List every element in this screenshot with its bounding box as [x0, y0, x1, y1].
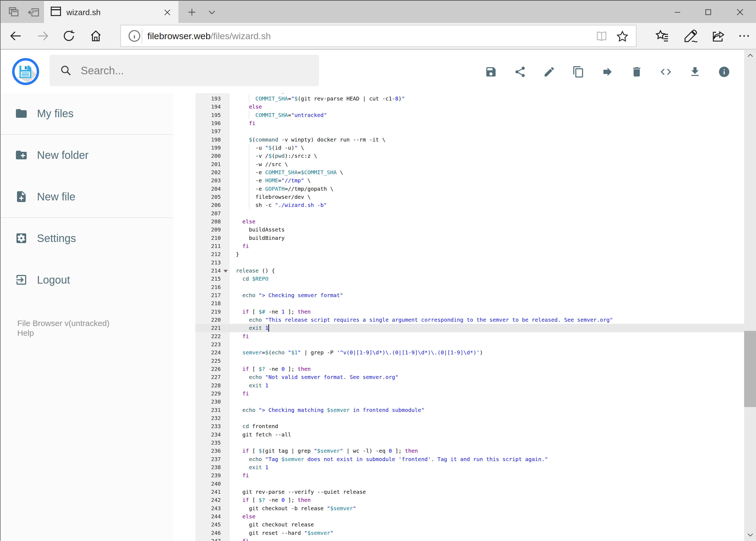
save-icon[interactable] [476, 59, 506, 84]
close-window-icon[interactable] [725, 1, 755, 24]
delete-icon[interactable] [622, 59, 651, 84]
code-line-231[interactable]: 231 echo "> Checking matching $semver in… [195, 406, 744, 414]
code-line-210[interactable]: 210 buildBinary [195, 234, 744, 242]
code-line-202[interactable]: 202 -e COMMIT_SHA=$COMMIT_SHA \ [195, 168, 744, 176]
copy-icon[interactable] [564, 59, 593, 84]
help-link[interactable]: Help [17, 328, 110, 338]
more-menu-icon[interactable] [732, 23, 756, 49]
code-line-235[interactable]: 235 [195, 439, 744, 447]
code-line-237[interactable]: 237 echo "Tag $semver does not exist in … [195, 455, 744, 463]
tab-dropdown-icon[interactable] [203, 1, 220, 24]
code-line-242[interactable]: 242 if [ $? -ne 0 ]; then [195, 496, 744, 504]
code-line-241[interactable]: 241 git rev-parse --verify --quiet relea… [195, 488, 744, 496]
scroll-down-icon[interactable] [744, 529, 756, 541]
code-line-238[interactable]: 238 exit 1 [195, 463, 744, 471]
code-line-201[interactable]: 201 -w //src \ [195, 160, 744, 168]
back-icon[interactable] [5, 23, 26, 49]
code-line-214[interactable]: 214release () { [195, 267, 744, 275]
code-line-207[interactable]: 207 [195, 209, 744, 218]
sidebar-item-settings[interactable]: Settings [1, 225, 173, 251]
code-line-233[interactable]: 233 cd frontend [195, 422, 744, 430]
code-line-245[interactable]: 245 git checkout release [195, 520, 744, 529]
code-line-246[interactable]: 246 git reset --hard "$semver" [195, 529, 744, 537]
maximize-icon[interactable] [693, 1, 723, 24]
code-line-228[interactable]: 228 exit 1 [195, 381, 744, 389]
code-line-195[interactable]: 195 COMMIT_SHA="untracked" [195, 111, 744, 119]
page-scrollbar[interactable] [744, 49, 756, 541]
fold-marker-icon[interactable] [223, 270, 228, 272]
code-line-240[interactable]: 240 [195, 480, 744, 488]
code-line-224[interactable]: 224 semver=$(echo "$1" | grep -P '^v(0|[… [195, 348, 744, 356]
code-line-236[interactable]: 236 if [ $(git tag | grep "$semver" | wc… [195, 447, 744, 455]
code-line-208[interactable]: 208 else [195, 218, 744, 226]
code-line-222[interactable]: 222 fi [195, 332, 744, 340]
favorite-star-icon[interactable] [616, 29, 630, 45]
code-line-244[interactable]: 244 else [195, 512, 744, 520]
code-line-197[interactable]: 197 [195, 127, 744, 135]
code-line-203[interactable]: 203 -e HOME="//tmp" \ [195, 176, 744, 185]
info-icon[interactable] [710, 59, 739, 84]
code-line-198[interactable]: 198 $(command -v winpty) docker run --rm… [195, 136, 744, 144]
sidebar-item-logout[interactable]: Logout [1, 267, 173, 293]
share-icon[interactable] [506, 59, 535, 84]
code-line-204[interactable]: 204 -e GOPATH=//tmp/gopath \ [195, 185, 744, 193]
favorites-hub-icon[interactable] [650, 23, 674, 49]
share-page-icon[interactable] [706, 23, 731, 49]
code-line-230[interactable]: 230 [195, 397, 744, 406]
reading-view-icon[interactable] [595, 30, 609, 44]
code-line-215[interactable]: 215 cd $REPO [195, 275, 744, 283]
code-line-200[interactable]: 200 -v /$(pwd):/src:z \ [195, 152, 744, 160]
active-tab[interactable]: wizard.sh [44, 1, 178, 24]
code-line-216[interactable]: 216 [195, 283, 744, 291]
home-icon[interactable] [86, 23, 106, 49]
code-line-205[interactable]: 205 filebrowser/dev \ [195, 193, 744, 201]
code-line-219[interactable]: 219 if [ $# -ne 1 ]; then [195, 307, 744, 316]
scrollbar-thumb[interactable] [744, 331, 756, 407]
code-icon[interactable] [651, 59, 680, 84]
sidebar-item-new-folder[interactable]: New folder [1, 142, 173, 168]
scroll-up-icon[interactable] [744, 49, 756, 62]
refresh-icon[interactable] [59, 23, 79, 49]
site-info-icon[interactable] [127, 28, 142, 45]
code-line-227[interactable]: 227 echo "Not valid semver format. See s… [195, 373, 744, 381]
tab-preview-icon[interactable] [4, 1, 23, 24]
code-line-218[interactable]: 218 [195, 299, 744, 307]
code-line-239[interactable]: 239 fi [195, 471, 744, 479]
code-line-217[interactable]: 217 echo "> Checking semver format" [195, 291, 744, 299]
code-line-226[interactable]: 226 if [ $? -ne 0 ]; then [195, 365, 744, 373]
code-line-212[interactable]: 212} [195, 250, 744, 258]
ink-pen-icon[interactable] [678, 23, 703, 49]
address-bar[interactable]: filebrowser.web/files/wizard.sh [121, 25, 636, 47]
close-tab-icon[interactable] [160, 6, 174, 19]
code-line-232[interactable]: 232 [195, 414, 744, 422]
logout-icon [15, 273, 28, 287]
code-line-243[interactable]: 243 git checkout -b release "$semver" [195, 504, 744, 512]
code-line-220[interactable]: 220 echo "This release script requires a… [195, 316, 744, 324]
code-line-229[interactable]: 229 fi [195, 389, 744, 397]
sidebar-item-my-files[interactable]: My files [1, 101, 173, 126]
minimize-icon[interactable] [662, 1, 692, 24]
code-line-221[interactable]: 221 exit 1 [195, 324, 744, 332]
download-icon[interactable] [680, 59, 710, 84]
code-line-196[interactable]: 196 fi [195, 119, 744, 127]
code-line-211[interactable]: 211 fi [195, 242, 744, 250]
code-line-225[interactable]: 225 [195, 357, 744, 365]
set-tabs-aside-icon[interactable] [24, 1, 43, 24]
code-line-247[interactable]: 247 fi [195, 537, 744, 541]
code-line-194[interactable]: 194 else [195, 103, 744, 111]
filebrowser-logo[interactable] [12, 58, 39, 85]
code-editor[interactable]: 192 if [ -d ".git" ]; then193 COMMIT_SHA… [173, 93, 744, 541]
code-line-209[interactable]: 209 buildAssets [195, 226, 744, 234]
code-line-193[interactable]: 193 COMMIT_SHA="$(git rev-parse HEAD | c… [195, 95, 744, 103]
forward-icon[interactable] [33, 23, 53, 49]
move-icon[interactable] [593, 59, 622, 84]
search-bar[interactable]: Search... [50, 55, 319, 86]
code-line-213[interactable]: 213 [195, 259, 744, 267]
code-line-234[interactable]: 234 git fetch --all [195, 430, 744, 439]
code-line-199[interactable]: 199 -u "$(id -u)" \ [195, 144, 744, 152]
edit-icon[interactable] [535, 59, 564, 84]
code-line-206[interactable]: 206 sh -c "./wizard.sh -b" [195, 201, 744, 209]
new-tab-icon[interactable] [183, 1, 201, 24]
code-line-223[interactable]: 223 [195, 340, 744, 348]
sidebar-item-new-file[interactable]: New file [1, 184, 173, 210]
